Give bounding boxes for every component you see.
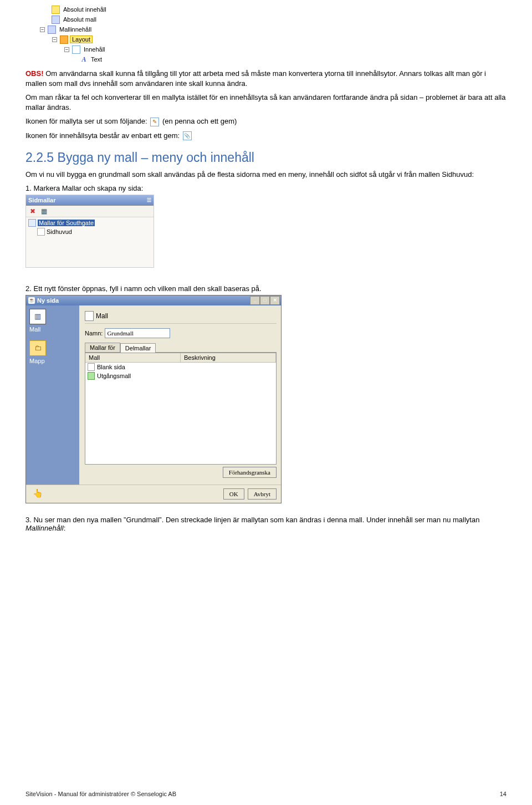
folder-icon: 🗀	[29, 340, 46, 356]
tree-label: Absolut mall	[62, 16, 98, 23]
dialog-buttons: 👆 OK Avbryt	[26, 485, 281, 503]
tree-collapse-icon[interactable]: −	[52, 37, 57, 42]
page-icon	[37, 228, 45, 236]
obs-label: OBS!	[25, 69, 44, 78]
paragraph: Ikonen för innehållsyta består av enbart…	[25, 131, 507, 141]
list-row[interactable]: Blank sida	[85, 363, 276, 371]
text-icon: A	[80, 56, 88, 63]
tree-label: Mallinnehåll	[58, 26, 93, 33]
dialog-title: Ny sida	[37, 297, 59, 304]
list-header: Mall Beskrivning	[85, 353, 276, 363]
new-icon[interactable]: ▦	[39, 207, 48, 216]
section-header: Mall	[85, 310, 277, 322]
section-title: Mall	[96, 312, 108, 320]
cancel-button[interactable]: Avbryt	[248, 488, 277, 500]
tab-delmallar[interactable]: Delmallar	[120, 343, 156, 353]
panel-toolbar: ✖ ▦	[26, 206, 154, 217]
content-icon	[52, 6, 60, 14]
dialog-main: Mall Namn: Mallar för Delmallar Mall	[79, 305, 281, 485]
tree-collapse-icon[interactable]: −	[40, 27, 45, 32]
paragraph: Om vi nu vill bygga en grundmall som ska…	[25, 170, 507, 180]
content-area-icon	[72, 45, 80, 54]
tree-label: Innehåll	[82, 46, 107, 53]
step-number: 1.	[25, 184, 32, 192]
tree-row[interactable]: A Text	[40, 54, 507, 64]
obs-text: Om användarna skall kunna få tillgång ti…	[25, 69, 486, 88]
template-list: Mall Beskrivning Blank sida Utgångsmall	[85, 353, 277, 465]
tree-row[interactable]: Absolut mall	[40, 14, 507, 24]
ok-button[interactable]: OK	[223, 488, 244, 500]
template-icon	[48, 26, 56, 34]
col-mall[interactable]: Mall	[85, 353, 181, 362]
tree-row[interactable]: Absolut innehåll	[40, 4, 507, 14]
tree-label: Absolut innehåll	[62, 6, 108, 13]
section-heading: 2.2.5 Bygga ny mall – meny och innehåll	[25, 150, 507, 165]
row-label: Utgångsmall	[97, 373, 131, 379]
tree-row[interactable]: Mallar för Southgate	[28, 218, 151, 227]
tabs: Mallar för Delmallar	[85, 343, 277, 353]
step-text: Ett nytt fönster öppnas, fyll i namn och…	[33, 284, 261, 293]
java-icon: ☕	[28, 297, 35, 304]
template-area-icon	[150, 118, 159, 126]
tree-label: Mallar för Southgate	[38, 220, 95, 226]
sidmallar-panel: Sidmallar ☰ ✖ ▦ Mallar för Southgate Sid…	[25, 195, 154, 268]
tree-label: Layout	[70, 35, 93, 43]
step-text: Nu ser man den nya mallen ”Grundmall”. D…	[25, 516, 479, 532]
tree-label: Sidhuvud	[47, 228, 72, 235]
tree-row[interactable]: − Innehåll	[40, 44, 507, 54]
sidebar-item-mall[interactable]: ▥ Mall	[29, 309, 79, 333]
content-area-icon: 📎	[183, 131, 192, 140]
tree-label: Text	[89, 56, 104, 63]
tree-row[interactable]: Sidhuvud	[28, 227, 151, 236]
sidebar-label: Mapp	[29, 358, 79, 364]
delete-icon[interactable]: ✖	[28, 207, 37, 216]
tree-collapse-icon[interactable]: −	[64, 47, 69, 52]
step-number: 3.	[25, 516, 32, 524]
text: (en penna och ett gem)	[162, 117, 237, 125]
tree-row[interactable]: − Layout	[40, 34, 507, 44]
blank-page-icon	[88, 363, 95, 371]
sidebar-item-mapp[interactable]: 🗀 Mapp	[29, 340, 79, 364]
template-tree: Absolut innehåll Absolut mall − Mallinne…	[40, 4, 507, 64]
row-label: Blank sida	[97, 364, 125, 370]
step-text: Markera Mallar och skapa ny sida:	[33, 184, 143, 192]
sidebar-label: Mall	[29, 326, 79, 333]
template-icon	[52, 16, 60, 24]
hand-icon: 👆	[33, 488, 43, 500]
col-desc[interactable]: Beskrivning	[181, 353, 276, 362]
new-page-dialog: ☕ Ny sida _ □ ✕ ▥ Mall 🗀 Map	[25, 295, 282, 503]
maximize-icon[interactable]: □	[260, 296, 270, 305]
template-icon: ▥	[29, 309, 46, 324]
panel-body: Mallar för Southgate Sidhuvud	[26, 217, 154, 267]
paragraph: Om man råkar ta fel och konverterar till…	[25, 93, 507, 112]
step-number: 2.	[25, 284, 32, 293]
starting-template-icon	[88, 372, 95, 380]
obs-paragraph: OBS! Om användarna skall kunna få tillgå…	[25, 69, 507, 88]
list-row[interactable]: Utgångsmall	[85, 371, 276, 380]
text: Ikonen för mallyta ser ut som följande:	[25, 117, 147, 125]
name-label: Namn:	[85, 330, 103, 337]
page-icon	[85, 311, 94, 321]
preview-button[interactable]: Förhandsgranska	[223, 467, 277, 478]
layout-icon	[60, 35, 68, 44]
panel-titlebar: Sidmallar ☰	[26, 195, 154, 206]
dialog-titlebar: ☕ Ny sida _ □ ✕	[26, 295, 281, 305]
list-icon[interactable]: ☰	[147, 197, 151, 203]
template-icon	[28, 219, 36, 227]
panel-title: Sidmallar	[28, 197, 56, 203]
close-icon[interactable]: ✕	[270, 296, 280, 305]
tab-mallar-for[interactable]: Mallar för	[85, 343, 120, 352]
minimize-icon[interactable]: _	[250, 296, 260, 305]
tree-row[interactable]: − Mallinnehåll	[40, 24, 507, 34]
paragraph: Ikonen för mallyta ser ut som följande: …	[25, 116, 507, 126]
dialog-sidebar: ▥ Mall 🗀 Mapp	[26, 305, 79, 485]
name-input[interactable]	[105, 328, 170, 338]
text: Ikonen för innehållsyta består av enbart…	[25, 131, 180, 140]
